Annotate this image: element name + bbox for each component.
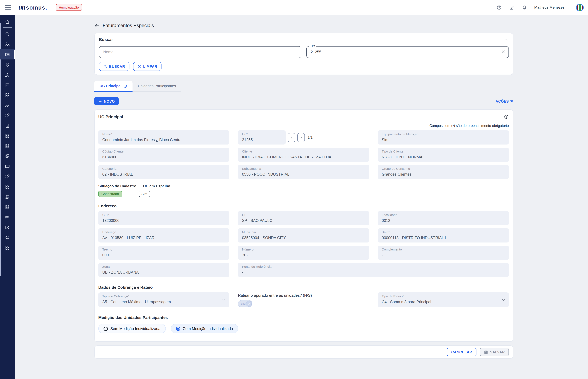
field-nome: Nome* Condomínio Jardim das Flores ¿ Blo… (98, 130, 229, 144)
radio-label: Sem Medição Individualizada (110, 327, 160, 331)
sidebar-item-modules-4[interactable] (0, 141, 15, 151)
image-edit-icon (5, 225, 10, 230)
buscar-button[interactable]: BUSCAR (99, 62, 129, 71)
app-root: un somus . Homologação Matheus Menezes .… (0, 0, 588, 379)
sidebar-item-modules-8[interactable] (0, 242, 15, 253)
document-s-icon (5, 123, 10, 128)
tipo-rateio-select[interactable]: Tipo de Rateio* C4 - Soma m3 para Princi… (378, 292, 509, 307)
field-value: Condomínio Jardim das Flores ¿ Bloco Cen… (102, 138, 225, 142)
field-label: Localidade (382, 213, 505, 217)
modules-icon (5, 93, 10, 97)
sidebar-item-credit-card[interactable] (0, 161, 15, 171)
pagination-indicator: 1/1 (308, 136, 313, 139)
brand-dot: . (46, 4, 47, 11)
uc-pagination-row: UC* 21255 1/1 (238, 130, 369, 144)
cancelar-button[interactable]: CANCELAR (447, 348, 477, 356)
novo-button[interactable]: NOVO (94, 97, 119, 105)
ratear-label: Ratear o apurado entre as unidades? (N/S… (238, 293, 369, 298)
field-codigo-cliente: Código Cliente 6184960 (98, 148, 229, 162)
sidebar-item-printer[interactable] (0, 232, 15, 242)
person-home-icon (5, 42, 10, 47)
sidebar-item-modules-2[interactable] (0, 110, 15, 121)
sidebar-item-modules-6[interactable] (0, 181, 15, 192)
sidebar-item-chat[interactable] (0, 212, 15, 222)
tipo-cobranca-select[interactable]: Tipo de Cobrança* A5 - Consumo Máximo - … (98, 292, 229, 307)
radio-sem-medicao[interactable]: Sem Medição Individualizada (98, 324, 166, 333)
sidebar-item-billing-card[interactable] (0, 49, 15, 60)
uc-field-wrap: UC (306, 46, 509, 58)
footer-bar: CANCELAR SALVAR (94, 346, 513, 359)
sidebar-item-modules-7[interactable] (0, 202, 15, 212)
sidebar-item-calculator[interactable] (0, 80, 15, 90)
prev-page-button[interactable] (288, 133, 295, 142)
avatar[interactable] (576, 3, 584, 11)
espelho-label: UC em Espelho (143, 184, 170, 188)
note-add-icon[interactable] (509, 5, 514, 10)
modules-icon (5, 205, 10, 209)
field-label: Grupo de Consumo (382, 167, 505, 170)
uc-principal-panel: UC Principal Campos com (*) são de preen… (94, 109, 513, 342)
sidebar-item-image-edit[interactable] (0, 222, 15, 232)
chevron-down-icon (501, 298, 505, 302)
sidebar-item-search[interactable] (0, 29, 15, 39)
novo-button-label: NOVO (104, 99, 115, 103)
sidebar-item-modules-1[interactable] (0, 90, 15, 100)
field-categoria: Categoria 02 - INDUSTRIAL (98, 165, 229, 179)
field-value: AV - 010580 - LUIZ PELLIZARI (102, 236, 225, 240)
field-numero: Número 302 (238, 246, 369, 260)
ratear-toggle[interactable]: SIM (238, 300, 253, 307)
required-note: Campos com (*) são de preenchimento obri… (98, 124, 509, 127)
limpar-button[interactable]: LIMPAR (133, 62, 161, 71)
bell-icon[interactable] (522, 5, 527, 10)
chevron-left-icon (290, 136, 293, 139)
sidebar-item-person-home[interactable] (0, 39, 15, 49)
sidebar-item-document-s[interactable] (0, 121, 15, 131)
nome-input[interactable] (99, 46, 302, 58)
field-value: INDUSTRIA E COMERCIO SANTA THEREZA LTDA (242, 155, 365, 159)
sidebar-divider (3, 27, 12, 28)
radio-com-medicao[interactable]: Com Medição Individualizada (171, 324, 238, 333)
info-icon[interactable] (504, 114, 509, 119)
printer-icon (5, 235, 10, 240)
sidebar-item-modules-5[interactable] (0, 171, 15, 181)
save-icon (484, 350, 488, 354)
menu-icon[interactable] (5, 5, 11, 10)
sidebar (0, 15, 15, 379)
sidebar-item-modules-3[interactable] (0, 131, 15, 141)
home-icon (5, 19, 10, 24)
sidebar-item-home[interactable] (0, 17, 15, 27)
tab-unidades-participantes[interactable]: Unidades Participantes (133, 81, 181, 92)
field-label: Tipo de Rateio* (382, 294, 505, 298)
salvar-button[interactable]: SALVAR (480, 348, 509, 356)
field-value: Sim (382, 138, 505, 142)
modules-icon (5, 113, 10, 118)
field-municipio: Município 03525904 - SONDA CITY (238, 228, 369, 242)
next-page-button[interactable] (298, 133, 305, 142)
user-name[interactable]: Matheus Menezes ... (534, 5, 569, 10)
collapse-chevron-icon[interactable] (504, 37, 509, 42)
sidebar-item-gavel[interactable] (0, 70, 15, 80)
field-tipo-cliente: Tipo de Cliente NR - CLIENTE NORMAL (378, 148, 509, 162)
field-value: - (382, 253, 505, 257)
sidebar-item-shield-check[interactable] (0, 60, 15, 70)
field-label: Categoria (102, 167, 225, 170)
help-icon[interactable] (496, 5, 502, 10)
search-icon (5, 32, 10, 36)
uc-input[interactable] (306, 46, 509, 58)
sidebar-item-layers[interactable] (0, 151, 15, 161)
field-value: 0550 - POCO INDUSTRIAL (242, 172, 365, 176)
field-label: CEP (102, 213, 225, 217)
sidebar-item-terminal[interactable] (0, 192, 15, 202)
buscar-button-label: BUSCAR (109, 64, 125, 68)
sidebar-item-houses[interactable] (0, 100, 15, 110)
back-arrow-icon[interactable] (94, 23, 99, 28)
field-value: 02 - INDUSTRIAL (102, 172, 225, 176)
field-value: 13200000 (102, 219, 225, 223)
tab-bar: UC Principal Unidades Participantes (94, 81, 181, 92)
tab-uc-principal[interactable]: UC Principal (94, 81, 133, 92)
panel-title: UC Principal (98, 114, 123, 119)
acoes-button[interactable]: AÇÕES (495, 99, 513, 103)
field-label: Complemento (382, 247, 505, 251)
chevron-down-icon (222, 298, 226, 302)
clear-icon[interactable] (501, 50, 506, 54)
